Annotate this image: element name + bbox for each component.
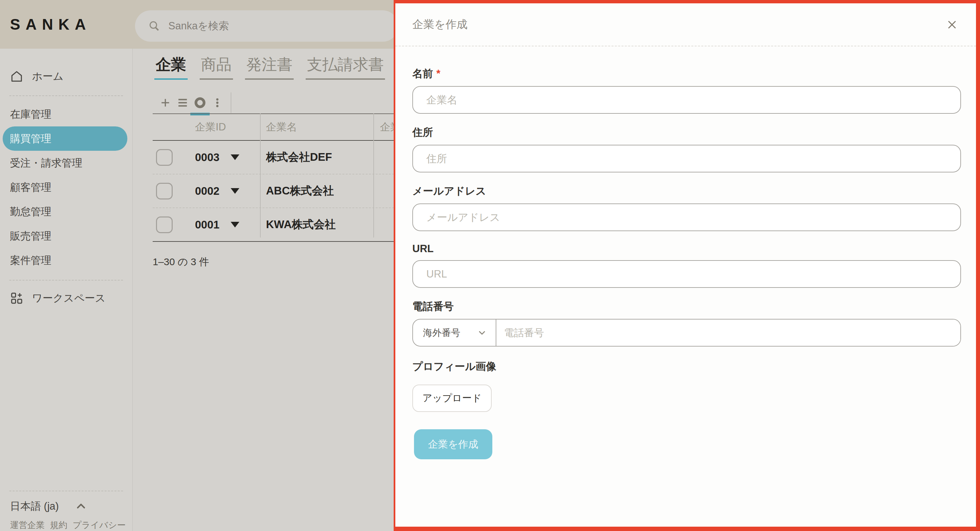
company-id: 0002 [195, 185, 220, 198]
modal-body: 名前* 住所 メールアドレス URL 電話番号 海外番号 プロフィール画像 [395, 46, 976, 459]
sidebar-item-purchasing[interactable]: 購買管理 [3, 126, 127, 151]
sidebar-item-customers[interactable]: 顧客管理 [0, 175, 132, 199]
language-selector[interactable]: 日本語 (ja) [0, 499, 132, 513]
field-label-address: 住所 [412, 125, 961, 139]
company-id: 0001 [195, 218, 220, 231]
legal-links: 運営企業 規約 プライバシー [0, 519, 132, 531]
caret-down-icon[interactable] [231, 155, 239, 160]
sidebar-divider [10, 491, 123, 491]
modal-header: 企業を作成 [395, 3, 976, 46]
list-view-button[interactable] [174, 94, 191, 112]
sidebar-item-sales[interactable]: 販売管理 [0, 224, 132, 248]
circle-icon [193, 96, 207, 110]
field-label-email: メールアドレス [412, 184, 961, 198]
row-checkbox[interactable] [156, 149, 173, 166]
list-icon [177, 96, 189, 109]
sidebar-item-label: ホーム [32, 69, 63, 83]
upload-button[interactable]: アップロード [412, 384, 492, 412]
language-label: 日本語 (ja) [10, 499, 59, 513]
sidebar-item-home[interactable]: ホーム [0, 65, 132, 88]
company-name: KWA株式会社 [260, 217, 373, 232]
sidebar: ホーム 在庫管理 購買管理 受注・請求管理 顧客管理 勤怠管理 販売管理 案件管… [0, 49, 133, 531]
caret-down-icon[interactable] [231, 222, 239, 228]
sidebar-item-workspace[interactable]: ワークスペース [0, 287, 132, 310]
row-checkbox[interactable] [156, 217, 173, 233]
sidebar-item-projects[interactable]: 案件管理 [0, 248, 132, 273]
link-operating-company[interactable]: 運営企業 [10, 519, 45, 531]
sidebar-item-orders-billing[interactable]: 受注・請求管理 [0, 151, 132, 175]
sidebar-divider [10, 96, 123, 96]
app-screen: SANKA ホーム 在庫管理 購買管理 受注・請求管理 顧客管理 勤怠管理 販売… [0, 0, 980, 531]
sidebar-item-label: 受注・請求管理 [10, 156, 82, 170]
email-input[interactable] [412, 204, 961, 231]
tab-bar: 企業 商品 発注書 支払請求書 経費 [154, 54, 430, 80]
kebab-menu-icon [212, 97, 223, 108]
caret-down-icon[interactable] [231, 188, 239, 194]
phone-field-group: 海外番号 [412, 319, 961, 346]
link-privacy[interactable]: プライバシー [73, 519, 126, 531]
field-label-url: URL [412, 243, 961, 255]
toolbar-divider [231, 92, 231, 113]
search-icon [148, 20, 160, 32]
phone-number-input[interactable] [496, 319, 960, 346]
tab-companies[interactable]: 企業 [154, 54, 188, 80]
app-logo: SANKA [10, 0, 91, 49]
list-toolbar [157, 92, 231, 113]
sidebar-item-label: ワークスペース [32, 291, 106, 305]
sidebar-item-label: 販売管理 [10, 229, 51, 243]
workspace-grid-icon [10, 292, 23, 305]
company-name-input[interactable] [412, 86, 961, 114]
company-name: 株式会社DEF [260, 150, 373, 165]
phone-country-select[interactable]: 海外番号 [413, 319, 496, 346]
column-header-id[interactable]: 企業ID [180, 120, 260, 134]
label-text: 名前 [412, 68, 433, 80]
search-input[interactable] [168, 20, 356, 32]
chevron-up-icon [75, 501, 87, 512]
field-label-phone: 電話番号 [412, 300, 961, 314]
sidebar-item-label: 顧客管理 [10, 180, 51, 195]
circle-view-button[interactable] [191, 94, 208, 112]
sidebar-item-label: 在庫管理 [10, 107, 51, 121]
sidebar-footer: 日本語 (ja) 運営企業 規約 プライバシー [0, 491, 132, 531]
company-id: 0003 [195, 151, 220, 164]
create-company-modal: 企業を作成 名前* 住所 メールアドレス URL 電話番号 海外番号 [394, 0, 980, 531]
close-icon [946, 18, 958, 32]
plus-icon [160, 97, 171, 108]
tab-products[interactable]: 商品 [200, 54, 233, 80]
url-input[interactable] [412, 260, 961, 288]
more-options-button[interactable] [208, 94, 226, 112]
tab-payment-invoices[interactable]: 支払請求書 [305, 54, 385, 80]
modal-title: 企業を作成 [412, 17, 468, 32]
sidebar-item-label: 勤怠管理 [10, 205, 51, 219]
sidebar-item-inventory[interactable]: 在庫管理 [0, 102, 132, 126]
column-divider [373, 113, 374, 238]
global-search[interactable] [135, 10, 398, 42]
tab-purchase-orders[interactable]: 発注書 [245, 54, 294, 80]
sidebar-divider [10, 280, 123, 281]
phone-country-value: 海外番号 [423, 327, 460, 339]
column-divider [260, 113, 261, 238]
create-company-submit-button[interactable]: 企業を作成 [414, 429, 492, 459]
field-label-name: 名前* [412, 67, 961, 81]
required-asterisk: * [436, 68, 440, 80]
link-terms[interactable]: 規約 [50, 519, 67, 531]
home-icon [10, 70, 23, 83]
sidebar-item-label: 購買管理 [10, 132, 51, 146]
field-label-profile-image: プロフィール画像 [412, 360, 961, 373]
row-checkbox[interactable] [156, 183, 173, 199]
company-name: ABC株式会社 [260, 183, 373, 198]
add-record-button[interactable] [157, 94, 174, 112]
sidebar-item-attendance[interactable]: 勤怠管理 [0, 199, 132, 224]
chevron-down-icon [477, 328, 487, 338]
column-header-name[interactable]: 企業名 [260, 120, 373, 134]
address-input[interactable] [412, 145, 961, 172]
close-button[interactable] [944, 17, 960, 33]
sidebar-item-label: 案件管理 [10, 254, 51, 268]
